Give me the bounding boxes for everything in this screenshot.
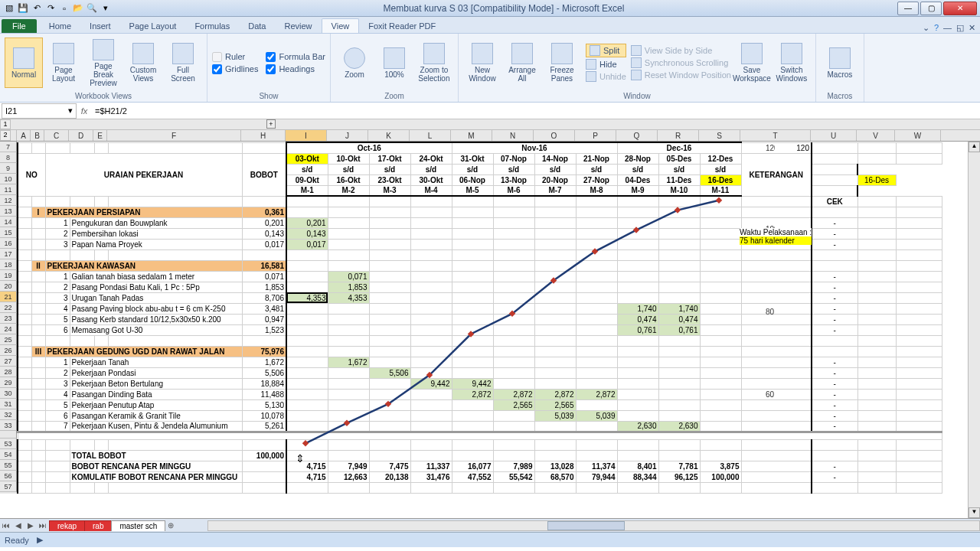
new-sheet-icon[interactable]: ⊕ bbox=[165, 521, 177, 530]
workbook-close-icon[interactable]: ✕ bbox=[969, 23, 975, 33]
sync-scroll-button[interactable]: Synchronous Scrolling bbox=[631, 57, 731, 68]
row-header[interactable]: 14 bbox=[0, 217, 17, 227]
row-header[interactable]: 8 bbox=[0, 152, 17, 163]
row-header[interactable]: 17 bbox=[0, 249, 17, 259]
save-icon[interactable]: 💾 bbox=[17, 2, 29, 15]
undo-icon[interactable]: ↶ bbox=[31, 2, 43, 15]
col-header-O[interactable]: O bbox=[534, 130, 575, 141]
custom-views-button[interactable]: Custom Views bbox=[124, 37, 162, 88]
horizontal-scrollbar[interactable] bbox=[207, 520, 980, 531]
col-header-W[interactable]: W bbox=[895, 130, 941, 141]
macro-record-icon[interactable]: ▶ bbox=[37, 535, 43, 545]
row-header[interactable]: 15 bbox=[0, 227, 17, 238]
row-header[interactable]: 30 bbox=[0, 388, 17, 399]
full-screen-button[interactable]: Full Screen bbox=[164, 37, 202, 88]
macros-button[interactable]: Macros bbox=[821, 37, 859, 88]
row-header[interactable]: 10 bbox=[0, 174, 17, 184]
col-header-F[interactable]: F bbox=[107, 130, 241, 141]
tab-nav-first[interactable]: ⏮ bbox=[0, 521, 12, 530]
col-header-P[interactable]: P bbox=[575, 130, 616, 141]
ribbon-minimize-icon[interactable]: ⌄ bbox=[923, 23, 929, 33]
row-header[interactable]: 20 bbox=[0, 281, 17, 292]
row-header[interactable]: 9 bbox=[0, 163, 17, 174]
tab-foxit[interactable]: Foxit Reader PDF bbox=[359, 19, 445, 33]
redo-icon[interactable]: ↷ bbox=[44, 2, 57, 15]
tab-page-layout[interactable]: Page Layout bbox=[120, 19, 186, 33]
outline-expand-icon[interactable]: + bbox=[266, 119, 276, 129]
formula-bar-checkbox[interactable]: Formula Bar bbox=[266, 52, 325, 62]
tab-nav-prev[interactable]: ◀ bbox=[12, 521, 24, 530]
col-header-U[interactable]: U bbox=[811, 130, 857, 141]
row-header[interactable]: 21 bbox=[0, 292, 17, 302]
col-header-J[interactable]: J bbox=[327, 130, 368, 141]
col-header-M[interactable]: M bbox=[451, 130, 492, 141]
row-header[interactable]: 33 bbox=[0, 420, 17, 431]
name-box[interactable]: I21▾ bbox=[2, 103, 77, 119]
scroll-up-icon[interactable]: ▲ bbox=[969, 142, 980, 152]
fx-icon[interactable]: fx bbox=[78, 106, 90, 116]
normal-view-button[interactable]: Normal bbox=[5, 37, 43, 88]
col-header-D[interactable]: D bbox=[69, 130, 93, 141]
col-header-E[interactable]: E bbox=[93, 130, 107, 141]
arrange-all-button[interactable]: Arrange All bbox=[503, 37, 541, 88]
row-header[interactable]: 24 bbox=[0, 324, 17, 334]
col-header-T[interactable]: T bbox=[740, 130, 811, 141]
row-header[interactable]: 55 bbox=[0, 460, 17, 471]
split-button[interactable]: Split bbox=[586, 44, 626, 57]
formula-input[interactable]: =$H21/2 bbox=[90, 106, 980, 116]
tab-data[interactable]: Data bbox=[239, 19, 275, 33]
cells-table[interactable]: Oct-16Nov-16Dec-16120NOURAIAN PEKERJAANB… bbox=[17, 142, 942, 494]
col-header-L[interactable]: L bbox=[410, 130, 451, 141]
tab-nav-next[interactable]: ▶ bbox=[24, 521, 37, 530]
qat-more-icon[interactable]: ▾ bbox=[100, 2, 112, 15]
row-header[interactable]: 29 bbox=[0, 377, 17, 388]
maximize-button[interactable]: ▢ bbox=[920, 2, 942, 15]
help-icon[interactable]: ? bbox=[934, 23, 939, 33]
outline-level-2[interactable]: 2 bbox=[0, 130, 11, 141]
col-header-H[interactable]: H bbox=[241, 130, 286, 141]
sheet-tab-rekap[interactable]: rekap bbox=[49, 520, 85, 531]
namebox-dropdown-icon[interactable]: ▾ bbox=[68, 106, 73, 116]
open-icon[interactable]: 📂 bbox=[72, 2, 84, 15]
row-header[interactable]: 12 bbox=[0, 195, 17, 206]
row-header[interactable]: 16 bbox=[0, 238, 17, 249]
worksheet-grid[interactable]: 7891011121314151617181920212223242526272… bbox=[0, 142, 980, 518]
row-header[interactable] bbox=[0, 431, 17, 439]
new-window-button[interactable]: New Window bbox=[463, 37, 501, 88]
col-header-B[interactable]: B bbox=[31, 130, 44, 141]
row-header[interactable]: 32 bbox=[0, 409, 17, 420]
col-header-I[interactable]: I bbox=[286, 130, 327, 141]
tab-nav-last[interactable]: ⏭ bbox=[37, 521, 49, 530]
tab-view[interactable]: View bbox=[322, 18, 360, 33]
row-header[interactable]: 25 bbox=[0, 334, 17, 345]
row-header[interactable]: 19 bbox=[0, 270, 17, 281]
page-layout-button[interactable]: Page Layout bbox=[44, 37, 83, 88]
row-header[interactable]: 26 bbox=[0, 345, 17, 356]
row-header[interactable]: 18 bbox=[0, 259, 17, 270]
sheet-tab-rab[interactable]: rab bbox=[84, 520, 112, 531]
row-header[interactable]: 27 bbox=[0, 356, 17, 367]
row-header[interactable]: 53 bbox=[0, 439, 17, 449]
row-header[interactable]: 11 bbox=[0, 184, 17, 195]
print-preview-icon[interactable]: 🔍 bbox=[86, 2, 98, 15]
col-header-S[interactable]: S bbox=[699, 130, 740, 141]
side-by-side-button[interactable]: View Side by Side bbox=[631, 45, 731, 56]
switch-windows-button[interactable]: Switch Windows bbox=[773, 37, 811, 88]
minimize-button[interactable]: — bbox=[897, 2, 919, 15]
row-header[interactable]: 13 bbox=[0, 206, 17, 217]
col-header-R[interactable]: R bbox=[658, 130, 699, 141]
ruler-checkbox[interactable]: Ruler bbox=[212, 52, 258, 62]
col-header-A[interactable]: A bbox=[17, 130, 31, 141]
headings-checkbox[interactable]: Headings bbox=[266, 64, 325, 74]
gridlines-checkbox[interactable]: Gridlines bbox=[212, 64, 258, 74]
page-break-button[interactable]: Page Break Preview bbox=[84, 37, 122, 88]
tab-review[interactable]: Review bbox=[275, 19, 321, 33]
col-header-N[interactable]: N bbox=[492, 130, 534, 141]
col-header-K[interactable]: K bbox=[368, 130, 410, 141]
tab-file[interactable]: File bbox=[2, 19, 37, 33]
row-header[interactable]: 31 bbox=[0, 399, 17, 409]
reset-position-button[interactable]: Reset Window Position bbox=[631, 70, 731, 80]
unhide-button[interactable]: Unhide bbox=[586, 71, 626, 82]
sheet-tab-master[interactable]: master sch bbox=[111, 520, 165, 531]
zoom-selection-button[interactable]: Zoom to Selection bbox=[415, 37, 453, 88]
